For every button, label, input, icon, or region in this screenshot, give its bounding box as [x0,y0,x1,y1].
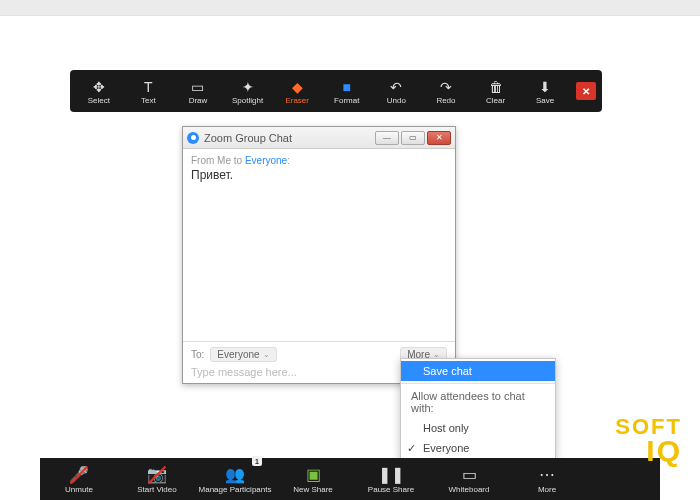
pause-icon: ❚❚ [378,465,404,485]
meet-label: Manage Participants [199,485,272,494]
anno-format[interactable]: ■Format [322,70,372,112]
to-selector[interactable]: Everyone⌄ [210,347,276,362]
participants-icon: 👥 [225,465,245,485]
anno-text[interactable]: TText [124,70,174,112]
undo-icon: ↶ [390,78,402,96]
camera-icon: 📷 [147,465,167,485]
maximize-button[interactable]: ▭ [401,131,425,145]
anno-redo[interactable]: ↷Redo [421,70,471,112]
meet-label: New Share [293,485,333,494]
anno-label: Eraser [285,96,309,105]
redo-icon: ↷ [440,78,452,96]
more-icon: ⋯ [539,465,555,485]
trash-icon: 🗑 [489,78,503,96]
check-icon: ✓ [407,442,416,455]
menu-save-chat[interactable]: Save chat [401,361,555,381]
menu-section-header: Allow attendees to chat with: [401,386,555,418]
from-target[interactable]: Everyone [245,155,287,166]
share-icon: ▣ [306,465,321,485]
close-icon: ✕ [582,86,590,97]
anno-draw[interactable]: ▭Draw [173,70,223,112]
menu-everyone-label: Everyone [423,442,469,454]
anno-select[interactable]: ✥Select [74,70,124,112]
text-icon: T [144,78,153,96]
format-icon: ■ [343,78,351,96]
anno-spotlight[interactable]: ✦Spotlight [223,70,273,112]
meet-unmute[interactable]: 🎤 Unmute [40,458,118,500]
menu-host-only[interactable]: Host only [401,418,555,438]
to-label: To: [191,349,204,360]
anno-label: Redo [436,96,455,105]
meet-label: Pause Share [368,485,414,494]
anno-undo[interactable]: ↶Undo [372,70,422,112]
spotlight-icon: ✦ [242,78,254,96]
meet-label: Unmute [65,485,93,494]
window-buttons: — ▭ ✕ [375,131,451,145]
chat-titlebar[interactable]: Zoom Group Chat — ▭ ✕ [183,127,455,149]
message-text: Привет. [191,168,447,182]
anno-clear[interactable]: 🗑Clear [471,70,521,112]
meet-start-video[interactable]: 📷 Start Video [118,458,196,500]
anno-label: Draw [189,96,208,105]
anno-label: Select [88,96,110,105]
anno-save[interactable]: ⬇Save [520,70,570,112]
watermark-logo: SOFT IQ [615,417,682,464]
anno-label: Clear [486,96,505,105]
meet-whiteboard[interactable]: ▭ Whiteboard [430,458,508,500]
anno-label: Text [141,96,156,105]
draw-icon: ▭ [191,78,204,96]
anno-label: Undo [387,96,406,105]
meet-pause-share[interactable]: ❚❚ Pause Share [352,458,430,500]
move-icon: ✥ [93,78,105,96]
meet-label: More [538,485,556,494]
more-menu: Save chat Allow attendees to chat with: … [400,358,556,461]
annotation-toolbar: ✥Select TText ▭Draw ✦Spotlight ◆Eraser ■… [70,70,602,112]
chat-window: Zoom Group Chat — ▭ ✕ From Me to Everyon… [182,126,456,384]
eraser-icon: ◆ [292,78,303,96]
close-button[interactable]: ✕ [427,131,451,145]
meet-participants[interactable]: 👥 1 Manage Participants [196,458,274,500]
anno-label: Format [334,96,359,105]
meet-new-share[interactable]: ▣ New Share [274,458,352,500]
microphone-icon: 🎤 [69,465,89,485]
minimize-button[interactable]: — [375,131,399,145]
message-from-line: From Me to Everyone: [191,155,447,166]
meet-label: Start Video [137,485,176,494]
window-top-strip [0,0,700,16]
save-icon: ⬇ [539,78,551,96]
chevron-down-icon: ⌄ [263,350,270,359]
anno-label: Save [536,96,554,105]
menu-separator [401,383,555,384]
zoom-icon [187,132,199,144]
to-target-value: Everyone [217,349,259,360]
from-suffix: : [287,155,290,166]
chat-title: Zoom Group Chat [204,132,292,144]
from-prefix: From Me to [191,155,245,166]
menu-everyone[interactable]: ✓Everyone [401,438,555,458]
anno-label: Spotlight [232,96,263,105]
whiteboard-icon: ▭ [462,465,477,485]
logo-line2: IQ [615,437,682,464]
anno-close-button[interactable]: ✕ [576,82,596,100]
chat-body: From Me to Everyone: Привет. [183,149,455,341]
meet-more[interactable]: ⋯ More [508,458,586,500]
anno-eraser[interactable]: ◆Eraser [272,70,322,112]
participants-badge: 1 [252,456,262,466]
meet-label: Whiteboard [449,485,490,494]
meeting-toolbar: 🎤 Unmute 📷 Start Video 👥 1 Manage Partic… [40,458,660,500]
